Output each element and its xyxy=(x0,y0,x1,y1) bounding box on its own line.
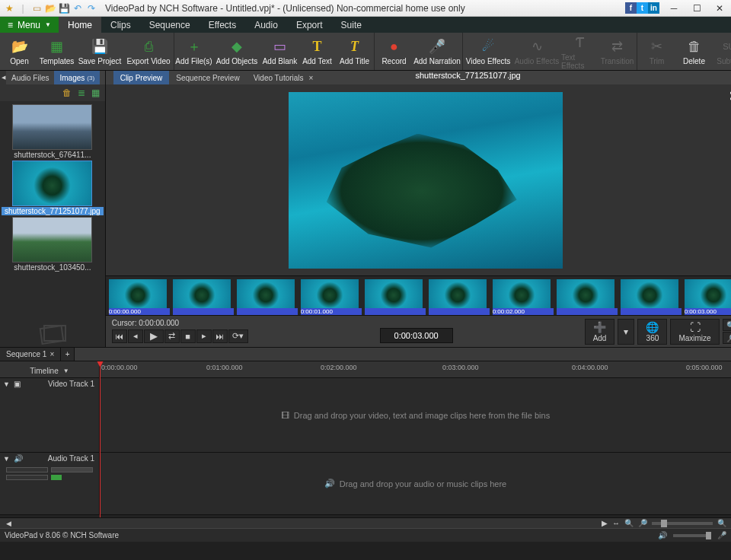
sub-icon: SUB xyxy=(723,37,732,56)
plus-icon: ＋ xyxy=(185,37,203,56)
bin-delete-icon[interactable]: 🗑 xyxy=(61,87,73,99)
new-icon[interactable]: ★ xyxy=(3,2,15,14)
add-blank-button[interactable]: ▭Add Blank xyxy=(261,33,298,70)
preview-tab-sequence[interactable]: Sequence Preview xyxy=(169,71,246,84)
zoom-out-tl-icon[interactable]: 🔎 xyxy=(638,519,647,527)
scroll-left-icon[interactable]: ◀ xyxy=(6,520,11,527)
preview-tab-tutorials[interactable]: Video Tutorials× xyxy=(247,71,321,84)
transition-button[interactable]: ⇄Transition xyxy=(599,33,636,70)
camera-icon: ▣ xyxy=(14,380,21,388)
redo-icon[interactable]: ↷ xyxy=(85,2,97,14)
zoom-in-button[interactable]: 🔍 xyxy=(723,319,731,331)
text-fx-icon: Ƭ xyxy=(571,33,589,52)
status-speaker-icon[interactable]: 🔊 xyxy=(658,531,667,539)
zoom-fit-icon[interactable]: 🔍 xyxy=(624,519,634,527)
bin-list-icon[interactable]: ≣ xyxy=(75,87,88,99)
new-project-icon[interactable]: ▭ xyxy=(30,2,43,14)
text-icon: T xyxy=(308,37,327,56)
tab-clips[interactable]: Clips xyxy=(101,17,140,33)
add-to-timeline-button[interactable]: ➕Add xyxy=(585,319,615,345)
preview-tab-clip[interactable]: Clip Preview xyxy=(113,71,170,84)
loop-button[interactable]: ⇄ xyxy=(164,329,180,343)
preview-duration: 0:00:03.000 xyxy=(380,328,453,343)
text-effects-button[interactable]: ƬText Effects xyxy=(561,33,599,70)
video-track-header[interactable]: ▼ ▣ Video Track 1 xyxy=(0,378,100,452)
add-dropdown-button[interactable]: ▾ xyxy=(618,319,634,345)
timeline-ruler[interactable]: 0:00:00.000 0:01:00.000 0:02:00.000 0:03… xyxy=(100,361,731,377)
360-button[interactable]: 🌐360 xyxy=(637,319,667,345)
add-sequence-button[interactable]: + xyxy=(61,348,75,361)
fit-icon[interactable]: ↔ xyxy=(612,519,620,527)
audio-track-body[interactable]: 🔊 Drag and drop your audio or music clip… xyxy=(100,453,731,514)
zoom-in-tl-icon[interactable]: 🔍 xyxy=(717,519,726,527)
bin-tab-audio[interactable]: Audio Files xyxy=(6,71,54,84)
open-icon[interactable]: 📂 xyxy=(44,2,56,14)
expand-icon[interactable]: ▼ xyxy=(3,455,10,463)
tab-effects[interactable]: Effects xyxy=(200,17,245,33)
timeline-mode-label[interactable]: Timeline▼ xyxy=(0,361,100,377)
speed-button[interactable]: ⟳▾ xyxy=(228,329,248,343)
window-title: VideoPad by NCH Software - Untitled.vpj*… xyxy=(101,3,625,14)
preview-viewport[interactable]: ⛶ xyxy=(106,84,731,275)
add-text-button[interactable]: TAdd Text xyxy=(298,33,336,70)
go-start-button[interactable]: ⏮ xyxy=(112,329,127,343)
bin-item-2[interactable]: shutterstock_103450... xyxy=(2,217,104,272)
add-icon: ➕ xyxy=(593,321,606,333)
add-narration-button[interactable]: 🎤Add Narration xyxy=(413,33,461,70)
bin-tab-images[interactable]: Images(3) xyxy=(54,71,100,84)
subtitles-button[interactable]: SUBSubtitles xyxy=(713,33,731,70)
sound-icon: 🔊 xyxy=(324,479,335,488)
audio-effects-button[interactable]: ∿Audio Effects xyxy=(512,33,561,70)
scroll-right-icon[interactable]: ▶ xyxy=(602,519,608,527)
zoom-out-button[interactable]: 🔎 xyxy=(723,332,731,344)
export-video-button[interactable]: ⎙Export Video xyxy=(124,33,173,70)
bin-item-0[interactable]: shutterstock_676411... xyxy=(2,104,104,159)
delete-button[interactable]: 🗑Delete xyxy=(675,33,713,70)
close-icon[interactable]: × xyxy=(309,74,314,82)
play-button[interactable]: ▶ xyxy=(144,329,164,343)
status-mic-icon[interactable]: 🎤 xyxy=(717,531,726,539)
add-title-button[interactable]: TAdd Title xyxy=(336,33,373,70)
timeline-scrollbar[interactable]: ◀ ▶ ↔ 🔍 🔎 🔍 xyxy=(0,517,731,528)
video-effects-button[interactable]: ☄Video Effects xyxy=(464,33,512,70)
facebook-icon[interactable]: f xyxy=(625,2,637,14)
add-files-button[interactable]: ＋Add File(s) xyxy=(175,33,212,70)
tab-home[interactable]: Home xyxy=(59,17,101,33)
tab-audio[interactable]: Audio xyxy=(245,17,287,33)
step-back-button[interactable]: ◂ xyxy=(128,329,143,343)
bin-scroll-left[interactable]: ◀ xyxy=(0,71,6,84)
blank-icon: ▭ xyxy=(271,37,289,56)
step-fwd-button[interactable]: ▸ xyxy=(196,329,212,343)
bin-grid-icon[interactable]: ▦ xyxy=(90,87,102,99)
linkedin-icon[interactable]: in xyxy=(648,2,659,14)
volume-slider[interactable] xyxy=(673,534,711,537)
trim-button[interactable]: ✂Trim xyxy=(638,33,675,70)
maximize-preview-button[interactable]: ⛶Maximize xyxy=(670,319,719,345)
filmstrip[interactable]: 0:00:00.000 0:00:01.000 0:00:02.000 0:00… xyxy=(106,275,731,315)
record-button[interactable]: ●Record xyxy=(375,33,413,70)
file-menu-button[interactable]: ≡ Menu ▼ xyxy=(0,17,59,33)
tab-export[interactable]: Export xyxy=(287,17,332,33)
zoom-slider[interactable] xyxy=(652,522,713,525)
save-icon[interactable]: 💾 xyxy=(58,2,70,14)
expand-icon[interactable]: ▼ xyxy=(3,380,10,388)
bin-item-1[interactable]: shutterstock_771251077.jpg xyxy=(2,161,104,215)
go-end-button[interactable]: ⏭ xyxy=(212,329,228,343)
maximize-button[interactable]: ☐ xyxy=(685,0,708,17)
stop-button[interactable]: ■ xyxy=(180,329,196,343)
audio-track-header[interactable]: ▼ 🔊 Audio Track 1 xyxy=(0,453,100,514)
open-button[interactable]: 📂Open xyxy=(1,33,38,70)
minimize-button[interactable]: ─ xyxy=(662,0,685,17)
tab-sequence[interactable]: Sequence xyxy=(140,17,200,33)
video-track-body[interactable]: 🎞 Drag and drop your video, text and ima… xyxy=(100,378,731,452)
close-button[interactable]: ✕ xyxy=(708,0,731,17)
templates-button[interactable]: ▦Templates xyxy=(38,33,75,70)
add-objects-button[interactable]: ◆Add Objects xyxy=(212,33,261,70)
undo-icon[interactable]: ↶ xyxy=(72,2,84,14)
close-icon[interactable]: × xyxy=(49,350,54,358)
tab-suite[interactable]: Suite xyxy=(332,17,371,33)
save-project-button[interactable]: 💾Save Project xyxy=(75,33,124,70)
sequence-tab-1[interactable]: Sequence 1× xyxy=(0,348,61,361)
scissors-icon: ✂ xyxy=(648,37,666,56)
twitter-icon[interactable]: t xyxy=(637,2,648,14)
